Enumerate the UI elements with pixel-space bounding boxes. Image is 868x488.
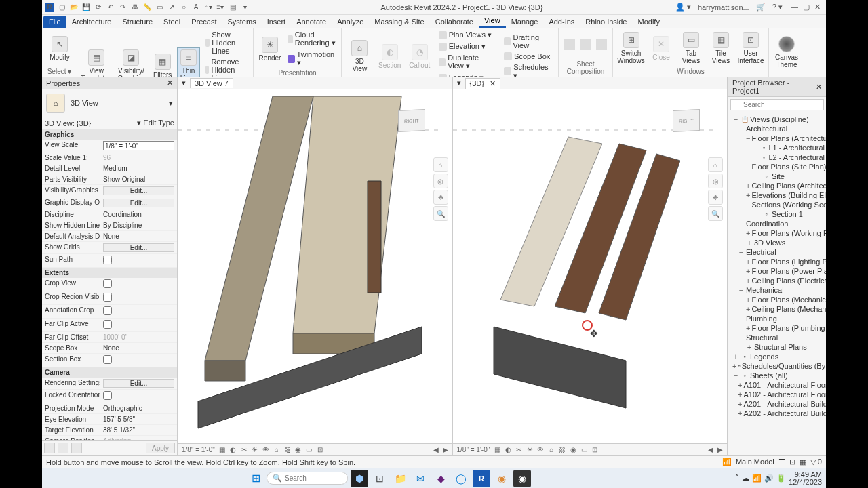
nav-wheel-icon[interactable]: ◎ xyxy=(433,174,448,188)
tab-add-ins[interactable]: Add-Ins xyxy=(543,16,580,28)
tree-expand-icon[interactable]: + xyxy=(738,381,742,389)
tree-node[interactable]: +Ceiling Plans (Mechanic xyxy=(730,304,825,314)
tree-node[interactable]: −📋Views (Discipline) xyxy=(730,115,825,124)
edit-type-button[interactable]: Edit Type xyxy=(143,119,174,127)
tree-node[interactable]: −Plumbing xyxy=(730,314,825,323)
vb-icon[interactable]: ⌂ xyxy=(547,445,556,455)
tab-structure[interactable]: Structure xyxy=(117,16,158,28)
tree-node[interactable]: +3D Views xyxy=(730,238,825,247)
prop-checkbox[interactable] xyxy=(103,279,112,288)
tree-node[interactable]: +Floor Plans (Power Plan) xyxy=(730,266,825,276)
qat-print-icon[interactable]: 🖶 xyxy=(130,3,140,12)
qat-text-icon[interactable]: A xyxy=(191,3,201,12)
show-hidden-lines-button[interactable]: Show Hidden Lines xyxy=(203,30,249,56)
qat-pin-icon[interactable]: ↗ xyxy=(167,3,176,12)
prop-checkbox[interactable] xyxy=(103,256,112,264)
prop-edit-button[interactable]: Edit... xyxy=(103,199,174,207)
cloud-rendering-button[interactable]: Cloud Rendering ▾ xyxy=(285,30,338,48)
tree-expand-icon[interactable]: + xyxy=(746,239,753,247)
prop-tool-1[interactable] xyxy=(44,443,55,453)
tree-expand-icon[interactable]: − xyxy=(738,125,745,133)
viewport-left[interactable]: RIGHT ⌂ ◎ ✥ 🔍 xyxy=(178,89,452,443)
prop-input[interactable] xyxy=(103,141,174,150)
tree-expand-icon[interactable]: − xyxy=(732,371,739,380)
nav-zoom-icon[interactable]: 🔍 xyxy=(708,206,723,221)
tree-node[interactable]: ▫L1 - Architectural xyxy=(730,143,825,152)
qat-save-icon[interactable]: 💾 xyxy=(81,3,91,12)
tree-expand-icon[interactable]: + xyxy=(732,352,739,361)
section-button[interactable]: ◐Section xyxy=(376,43,403,70)
vb-icon[interactable]: ⛓ xyxy=(283,445,292,455)
tree-expand-icon[interactable]: − xyxy=(738,333,745,342)
tab-view[interactable]: View xyxy=(479,14,506,28)
viewport-right[interactable]: ✥ RIGHT ⌂ ◎ ✥ 🔍 xyxy=(453,89,728,443)
nav-zoom-icon[interactable]: 🔍 xyxy=(433,206,448,221)
qat-drop-icon[interactable]: ▾ xyxy=(240,3,250,12)
task-view-icon[interactable]: ⊡ xyxy=(371,470,389,487)
tree-node[interactable]: +Ceiling Plans (Electrical xyxy=(730,276,825,285)
tree-node[interactable]: +Floor Plans (Working Pl xyxy=(730,228,825,238)
vb-icon[interactable]: 👁 xyxy=(261,445,271,455)
tree-node[interactable]: +Elevations (Building Elev xyxy=(730,190,825,200)
tree-expand-icon[interactable]: + xyxy=(746,296,750,304)
tree-node[interactable]: −Coordination xyxy=(730,219,825,228)
status-icon[interactable]: ☰ xyxy=(778,458,785,466)
duplicate-view-button[interactable]: Duplicate View ▾ xyxy=(436,53,498,71)
tree-expand-icon[interactable]: + xyxy=(738,400,742,408)
nav-home-icon[interactable]: ⌂ xyxy=(708,157,723,172)
tree-node[interactable]: −Electrical xyxy=(730,247,825,257)
tree-expand-icon[interactable]: + xyxy=(746,267,750,275)
prop-checkbox[interactable] xyxy=(103,320,112,329)
edge-icon[interactable]: ◯ xyxy=(452,470,470,487)
tree-expand-icon[interactable]: + xyxy=(738,409,742,418)
tree-expand-icon[interactable]: + xyxy=(746,182,750,190)
tree-node[interactable]: +Structural Plans xyxy=(730,342,825,352)
minimize-button[interactable]: — xyxy=(789,3,800,11)
plan-views-button[interactable]: Plan Views ▾ xyxy=(436,30,498,40)
qat-home-icon[interactable]: ⌂▾ xyxy=(203,3,213,12)
maximize-button[interactable]: ▢ xyxy=(802,3,811,11)
tree-node[interactable]: −Mechanical xyxy=(730,285,825,295)
prop-edit-button[interactable]: Edit... xyxy=(103,186,174,195)
worksets-icon[interactable]: 📶 xyxy=(722,458,732,466)
viewcube-left[interactable]: RIGHT xyxy=(398,110,432,144)
tree-expand-icon[interactable]: + xyxy=(746,277,750,285)
main-model-label[interactable]: Main Model xyxy=(736,458,774,466)
taskbar-search[interactable]: 🔍 xyxy=(267,472,348,485)
instance-label[interactable]: 3D View: {3D} xyxy=(45,119,91,127)
qat-measure-icon[interactable]: 📏 xyxy=(142,3,152,12)
tree-expand-icon[interactable]: + xyxy=(746,258,750,266)
tray-volume-icon[interactable]: 🔊 xyxy=(764,474,774,483)
vb-icon[interactable]: ⊡ xyxy=(315,445,325,455)
tab-collaborate[interactable]: Collaborate xyxy=(430,16,479,28)
3d-view-button[interactable]: ⌂3D View xyxy=(346,39,374,74)
tree-node[interactable]: +A201 - Architectural Buildi xyxy=(730,399,825,409)
drafting-view-button[interactable]: Drafting View xyxy=(501,33,554,50)
tree-node[interactable]: −Sections (Working Secti xyxy=(730,200,825,209)
tree-expand-icon[interactable]: + xyxy=(746,305,750,313)
prop-checkbox[interactable] xyxy=(103,293,112,302)
viewcube-right[interactable]: RIGHT xyxy=(673,110,707,144)
vb-icon[interactable]: ▦ xyxy=(492,445,502,455)
vb-icon[interactable]: ⛓ xyxy=(557,445,567,455)
copilot-icon[interactable]: ⬢ xyxy=(351,470,368,487)
vb-icon[interactable]: ◐ xyxy=(229,445,238,455)
qat-new-icon[interactable]: ▢ xyxy=(57,3,66,12)
tree-expand-icon[interactable]: − xyxy=(746,201,750,209)
vb-icon[interactable]: 👁 xyxy=(536,445,545,455)
browser-search-input[interactable] xyxy=(730,99,824,110)
prop-tool-3[interactable] xyxy=(71,443,82,453)
vb-icon[interactable]: ⊡ xyxy=(590,445,599,455)
vb-icon[interactable]: ✂ xyxy=(514,445,524,455)
nav-wheel-icon[interactable]: ◎ xyxy=(708,174,723,188)
prop-edit-button[interactable]: Edit... xyxy=(103,379,174,388)
vb-icon[interactable]: ▦ xyxy=(218,445,227,455)
sheet-icon-3[interactable] xyxy=(596,39,607,50)
tree-node[interactable]: +Floor Plans (Mechanical xyxy=(730,295,825,304)
tray-wifi-icon[interactable]: 📶 xyxy=(752,474,762,483)
qat-undo-icon[interactable]: ↶ xyxy=(106,3,115,12)
tree-node[interactable]: +▫Legends xyxy=(730,352,825,361)
vb-icon[interactable]: ✂ xyxy=(239,445,249,455)
tree-expand-icon[interactable]: + xyxy=(738,390,742,399)
tree-node[interactable]: ▫L2 - Architectural xyxy=(730,152,825,162)
